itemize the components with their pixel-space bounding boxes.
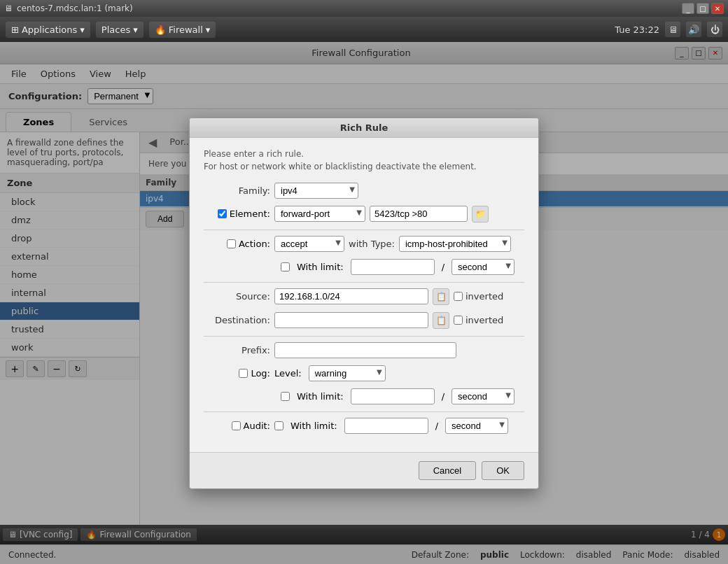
divider4	[204, 411, 524, 412]
destination-label: Destination:	[204, 315, 270, 325]
taskbar-right: Tue 23:22 🖥 🔊 ⏻	[615, 22, 722, 37]
element-field[interactable]	[370, 206, 468, 222]
log-label-area: Log:	[204, 368, 270, 379]
source-row: Source: 📋 inverted	[204, 288, 524, 305]
audit-second-select[interactable]: second minute hour day	[445, 418, 508, 434]
action-select-wrapper: accept drop reject	[274, 236, 344, 252]
action-limit-checkbox[interactable]	[281, 262, 290, 272]
destination-folder-btn[interactable]: 📋	[433, 312, 449, 329]
cancel-button[interactable]: Cancel	[419, 461, 476, 480]
action-row: Action: accept drop reject with Type:	[204, 236, 524, 252]
audit-checkbox[interactable]	[232, 421, 241, 430]
family-select[interactable]: ipv4 ipv6	[274, 183, 358, 199]
modal-buttons: Cancel OK	[190, 452, 538, 488]
level-label: Level:	[274, 368, 302, 379]
modal-hint1: Please enter a rich rule.	[204, 149, 524, 159]
with-type-label-area: with Type:	[349, 239, 395, 249]
source-inverted-checkbox[interactable]	[454, 292, 463, 301]
places-chevron-icon: ▾	[133, 24, 138, 35]
action-second-select[interactable]: second minute hour day	[451, 259, 514, 275]
action-with-limit-label: With limit:	[297, 262, 344, 272]
firewall-menu-label: Firewall	[169, 24, 203, 35]
destination-field[interactable]	[274, 312, 428, 328]
applications-menu[interactable]: ⊞ Applications ▾	[6, 22, 90, 38]
power-icon[interactable]: ⏻	[707, 22, 722, 37]
level-select[interactable]: emerg alert crit error warning notice in…	[309, 365, 386, 381]
taskbar-left: ⊞ Applications ▾ Places ▾ 🔥 Firewall ▾	[6, 22, 615, 38]
log-limit-checkbox[interactable]	[281, 392, 290, 401]
maximize-button[interactable]: □	[696, 3, 709, 14]
destination-inverted-label[interactable]: inverted	[454, 315, 503, 325]
source-folder-btn[interactable]: 📋	[433, 288, 449, 305]
prefix-field[interactable]	[274, 342, 456, 358]
action-limit-field[interactable]	[351, 259, 435, 275]
modal-body: Please enter a rich rule. For host or ne…	[190, 138, 538, 452]
audit-per-label: /	[435, 421, 438, 431]
divider2	[204, 282, 524, 283]
audit-label-area: Audit:	[204, 421, 270, 431]
action-limit-row: With limit: / second minute hour day	[204, 259, 524, 275]
action-select[interactable]: accept drop reject	[274, 236, 344, 252]
minimize-button[interactable]: _	[682, 3, 694, 14]
modal-hint2: For host or network white or blacklistin…	[204, 162, 524, 171]
applications-label: Applications	[22, 24, 77, 35]
audit-second-select-wrapper: second minute hour day	[445, 418, 508, 434]
clock: Tue 23:22	[615, 24, 659, 35]
audit-row: Audit: With limit: / second minute hour …	[204, 418, 524, 434]
modal-title-bar: Rich Rule	[190, 118, 538, 138]
element-select[interactable]: forward-port icmp-block service	[274, 206, 365, 222]
family-label: Family:	[204, 185, 270, 196]
element-label-area: Element:	[204, 209, 270, 219]
window-title: centos-7.mdsc.lan:1 (mark)	[17, 3, 682, 13]
log-row: Log: Level: emerg alert crit error warni…	[204, 365, 524, 381]
system-taskbar: ⊞ Applications ▾ Places ▾ 🔥 Firewall ▾ T…	[0, 17, 728, 42]
apps-chevron-icon: ▾	[80, 24, 85, 35]
source-inverted-label[interactable]: inverted	[454, 291, 503, 302]
firewall-menu[interactable]: 🔥 Firewall ▾	[149, 22, 216, 38]
with-type-select-wrapper: icmp-host-prohibited icmp-admin-prohibit…	[399, 236, 511, 252]
log-second-select[interactable]: second minute hour day	[451, 388, 514, 404]
action-checkbox[interactable]	[227, 239, 236, 248]
places-menu[interactable]: Places ▾	[96, 22, 144, 38]
source-label: Source:	[204, 291, 270, 302]
log-checkbox[interactable]	[239, 369, 248, 378]
log-second-select-wrapper: second minute hour day	[451, 388, 514, 404]
element-folder-btn[interactable]: 📁	[472, 206, 489, 223]
log-per-label: /	[442, 391, 444, 402]
with-type-select[interactable]: icmp-host-prohibited icmp-admin-prohibit…	[399, 236, 511, 252]
monitor-icon[interactable]: 🖥	[665, 22, 680, 37]
speaker-icon[interactable]: 🔊	[686, 22, 701, 37]
log-limit-field[interactable]	[351, 388, 435, 404]
modal-title: Rich Rule	[340, 122, 388, 133]
prefix-row: Prefix:	[204, 342, 524, 358]
element-row: Element: forward-port icmp-block service…	[204, 206, 524, 223]
audit-with-limit-label: With limit:	[290, 421, 337, 431]
places-label: Places	[102, 24, 130, 35]
source-field[interactable]	[274, 288, 428, 304]
divider3	[204, 336, 524, 337]
app-icon: 🖥	[4, 3, 13, 13]
prefix-label: Prefix:	[204, 345, 270, 355]
audit-label: Audit:	[244, 421, 270, 431]
family-select-wrapper: ipv4 ipv6	[274, 183, 358, 199]
modal-overlay: Rich Rule Please enter a rich rule. For …	[0, 42, 728, 564]
element-checkbox[interactable]	[218, 209, 227, 218]
level-select-wrapper: emerg alert crit error warning notice in…	[309, 365, 386, 381]
audit-with-limit-checkbox[interactable]	[274, 421, 284, 430]
rich-rule-modal: Rich Rule Please enter a rich rule. For …	[189, 118, 539, 489]
window-controls: _ □ ✕	[682, 3, 724, 14]
destination-inverted-checkbox[interactable]	[454, 316, 463, 325]
log-with-limit-label: With limit:	[297, 391, 344, 402]
element-label: Element:	[230, 209, 270, 219]
close-button[interactable]: ✕	[711, 3, 724, 14]
action-per-label: /	[442, 262, 444, 272]
firewall-icon: 🔥	[155, 24, 166, 35]
destination-inverted-text: inverted	[465, 315, 503, 325]
action-label: Action:	[239, 239, 270, 249]
with-type-label: with Type:	[349, 239, 395, 249]
element-select-wrapper: forward-port icmp-block service	[274, 206, 365, 222]
log-limit-row: With limit: / second minute hour day	[204, 388, 524, 404]
log-label: Log:	[251, 368, 270, 379]
audit-limit-field[interactable]	[344, 418, 428, 434]
ok-button[interactable]: OK	[482, 461, 524, 480]
